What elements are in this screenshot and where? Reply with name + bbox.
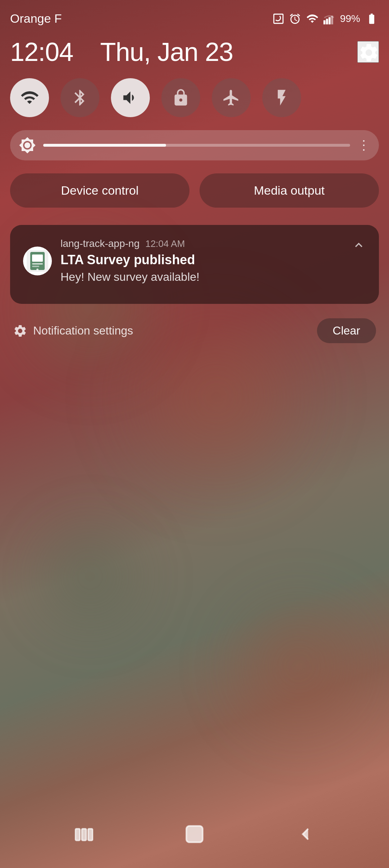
svg-rect-8	[32, 266, 39, 267]
bluetooth-toggle[interactable]	[61, 78, 99, 117]
home-icon	[182, 822, 207, 846]
brightness-menu-icon[interactable]: ⋮	[357, 138, 370, 153]
svg-rect-7	[32, 263, 43, 265]
time-display: 12:04	[10, 37, 73, 66]
notification-settings-gear-icon	[13, 324, 27, 338]
svg-rect-13	[186, 826, 202, 842]
notification-app-name: lang-track-app-ng	[61, 238, 139, 249]
screen-lock-toggle[interactable]	[161, 78, 200, 117]
notification-chevron[interactable]	[352, 238, 366, 254]
time-date-display: 12:04 Thu, Jan 23	[10, 37, 233, 67]
settings-button[interactable]	[357, 41, 379, 63]
brightness-row[interactable]: ⋮	[10, 130, 379, 160]
wifi-toggle-icon	[20, 88, 39, 107]
alarm-icon	[289, 13, 301, 25]
back-button[interactable]	[295, 823, 316, 845]
app-icon	[23, 247, 52, 275]
back-icon	[295, 823, 316, 845]
notification-app-row: lang-track-app-ng 12:04 AM	[61, 238, 366, 249]
svg-rect-2	[328, 17, 331, 24]
notification-meta: lang-track-app-ng 12:04 AM LTA Survey pu…	[61, 238, 366, 284]
notification-time: 12:04 AM	[145, 238, 185, 249]
status-bar: Orange F 99%	[10, 0, 379, 28]
notification-footer: Notification settings Clear	[10, 318, 379, 343]
clear-button[interactable]: Clear	[317, 318, 376, 343]
brightness-fill	[43, 144, 166, 147]
svg-rect-3	[331, 15, 333, 24]
notification-header: lang-track-app-ng 12:04 AM LTA Survey pu…	[23, 238, 366, 284]
sound-toggle[interactable]	[111, 78, 150, 117]
battery-percentage: 99%	[340, 13, 360, 25]
wifi-toggle[interactable]	[10, 78, 49, 117]
bluetooth-toggle-icon	[71, 88, 89, 107]
battery-icon	[365, 13, 379, 25]
brightness-track[interactable]	[43, 144, 350, 147]
brightness-icon	[19, 137, 36, 154]
recent-apps-icon	[73, 823, 94, 845]
svg-rect-11	[82, 829, 86, 841]
chevron-up-icon	[352, 238, 366, 252]
svg-rect-10	[76, 829, 80, 841]
bottom-nav	[0, 815, 389, 854]
recent-apps-button[interactable]	[73, 823, 94, 845]
screen-lock-icon	[171, 88, 190, 107]
carrier-name: Orange F	[10, 12, 62, 26]
svg-rect-12	[88, 829, 93, 841]
notification-settings-button[interactable]: Notification settings	[13, 324, 133, 338]
gear-icon	[358, 42, 380, 63]
device-control-button[interactable]: Device control	[10, 173, 189, 208]
sound-toggle-icon	[121, 88, 140, 107]
media-output-button[interactable]: Media output	[200, 173, 379, 208]
home-button[interactable]	[182, 822, 207, 846]
nfc-icon	[272, 13, 285, 25]
action-buttons: Device control Media output	[10, 173, 379, 208]
notification-title: LTA Survey published	[61, 252, 366, 267]
wifi-status-icon	[305, 13, 319, 25]
notification-body: Hey! New survey available!	[61, 270, 366, 284]
time-date-row: 12:04 Thu, Jan 23	[10, 28, 379, 78]
svg-rect-0	[323, 20, 326, 24]
flashlight-icon	[272, 88, 291, 107]
airplane-toggle[interactable]	[212, 78, 251, 117]
status-icons: 99%	[272, 13, 379, 25]
signal-icon	[323, 13, 336, 25]
date-display: Thu, Jan 23	[100, 37, 233, 66]
notification-settings-label: Notification settings	[33, 324, 133, 337]
flashlight-toggle[interactable]	[262, 78, 301, 117]
app-icon-graphic	[27, 250, 48, 272]
airplane-icon	[222, 88, 241, 107]
svg-rect-6	[32, 254, 43, 262]
quick-toggles-row	[10, 78, 379, 117]
notification-card[interactable]: lang-track-app-ng 12:04 AM LTA Survey pu…	[10, 225, 379, 304]
svg-point-9	[36, 269, 39, 271]
svg-rect-1	[326, 19, 328, 25]
